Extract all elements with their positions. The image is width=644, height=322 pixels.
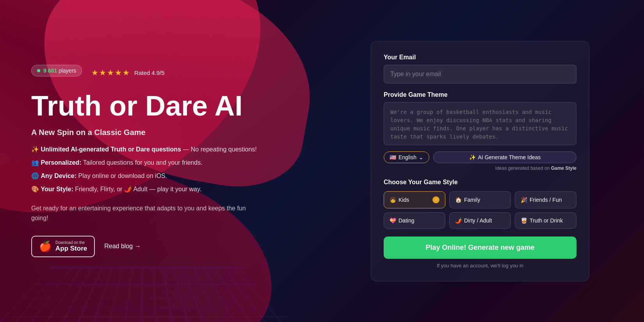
hint-prefix: Ideas generated based on xyxy=(495,165,550,171)
style-drink-button[interactable]: 🥃 Truth or Drink xyxy=(515,212,576,229)
theme-label: Provide Game Theme xyxy=(384,91,576,98)
style-friends-button[interactable]: 🎉 Friends / Fun xyxy=(515,191,576,208)
chevron-down-icon: ⌄ xyxy=(419,154,423,160)
friends-label: Friends / Fun xyxy=(530,197,562,203)
feature-bold: Unlimited AI-generated Truth or Dare que… xyxy=(41,146,181,153)
drink-emoji: 🥃 xyxy=(521,217,527,224)
feature-emoji: ✨ xyxy=(31,146,39,153)
feature-item: 🌐 Any Device: Play online or download on… xyxy=(31,171,289,181)
feature-item: ✨ Unlimited AI-generated Truth or Dare q… xyxy=(31,145,289,154)
feature-bold: Personalized: xyxy=(41,159,81,166)
sparkle-icon: ✨ xyxy=(469,154,476,160)
feature-rest: Friendly, Flirty, or 🌶️ Adult — play it … xyxy=(75,186,201,192)
style-kids-button[interactable]: 👧 Kids ✓ xyxy=(384,191,445,208)
feature-rest: Play online or download on iOS. xyxy=(78,173,167,179)
lang-label: English xyxy=(398,154,416,160)
read-blog-button[interactable]: Read blog → xyxy=(104,243,141,250)
app-store-button[interactable]: 🍎 Download on the App Store xyxy=(31,236,95,257)
style-adult-button[interactable]: 🌶️ Dirty / Adult xyxy=(449,212,511,229)
apple-icon: 🍎 xyxy=(39,240,52,253)
theme-controls: 🇺🇸 English ⌄ ✨ AI Generate Theme Ideas xyxy=(384,151,576,163)
features-list: ✨ Unlimited AI-generated Truth or Dare q… xyxy=(31,145,289,194)
style-family-button[interactable]: 🏠 Family xyxy=(449,191,511,208)
adult-emoji: 🌶️ xyxy=(455,217,462,224)
dating-label: Dating xyxy=(398,217,414,224)
drink-label: Truth or Drink xyxy=(530,217,563,224)
players-label: players xyxy=(59,68,76,74)
app-store-text: Download on the App Store xyxy=(55,240,87,253)
feature-emoji: 👥 xyxy=(31,159,39,166)
ai-generate-button[interactable]: ✨ AI Generate Theme Ideas xyxy=(433,151,576,163)
hint-text: Ideas generated based on Game Style xyxy=(384,165,576,171)
players-dot xyxy=(37,69,40,72)
theme-textarea[interactable] xyxy=(384,102,576,145)
app-store-large-text: App Store xyxy=(55,245,87,253)
check-icon: ✓ xyxy=(432,196,439,203)
game-style-title: Choose Your Game Style xyxy=(384,179,576,186)
app-store-small-text: Download on the xyxy=(55,240,85,245)
flag-icon: 🇺🇸 xyxy=(390,154,396,160)
cta-row: 🍎 Download on the App Store Read blog → xyxy=(31,236,289,257)
feature-bold: Any Device: xyxy=(41,173,76,179)
kids-emoji: 👧 xyxy=(390,197,396,203)
email-input[interactable] xyxy=(384,65,576,84)
style-dating-button[interactable]: 💝 Dating xyxy=(384,212,445,229)
game-styles-grid: 👧 Kids ✓ 🏠 Family 🎉 Friends / Fun 💝 Dati… xyxy=(384,191,576,229)
players-count: 9 681 xyxy=(43,68,57,74)
email-label: Your Email xyxy=(384,54,576,61)
feature-item: 👥 Personalized: Tailored questions for y… xyxy=(31,158,289,167)
play-button[interactable]: Play Online! Generate new game xyxy=(384,237,576,259)
rating-text: Rated 4.9/5 xyxy=(134,69,165,76)
kids-label: Kids xyxy=(398,197,409,203)
ai-btn-label: AI Generate Theme Ideas xyxy=(478,154,541,160)
stars: ★★★★★ xyxy=(91,68,130,77)
family-emoji: 🏠 xyxy=(455,197,462,203)
players-text: 9 681 players xyxy=(43,68,76,74)
players-badge: 9 681 players xyxy=(31,65,82,76)
dating-emoji: 💝 xyxy=(390,217,396,224)
login-hint: If you have an account, we'll log you in xyxy=(384,263,576,269)
friends-emoji: 🎉 xyxy=(521,197,527,203)
right-panel: Your Email Provide Game Theme 🇺🇸 English… xyxy=(371,41,589,281)
family-label: Family xyxy=(464,197,480,203)
feature-bold: Your Style: xyxy=(41,186,73,192)
feature-emoji: 🌐 xyxy=(31,173,39,179)
feature-emoji: 🎨 xyxy=(31,186,39,192)
language-button[interactable]: 🇺🇸 English ⌄ xyxy=(384,151,429,163)
hint-bold: Game Style xyxy=(551,165,576,171)
main-title: Truth or Dare AI xyxy=(31,91,289,121)
adult-label: Dirty / Adult xyxy=(464,217,492,224)
feature-rest: Tailored questions for you and your frie… xyxy=(83,159,203,166)
description: Get ready for an entertaining experience… xyxy=(31,203,250,223)
rating-row: ★★★★★ Rated 4.9/5 xyxy=(91,68,165,77)
feature-item: 🎨 Your Style: Friendly, Flirty, or 🌶️ Ad… xyxy=(31,185,289,194)
feature-rest: — No repeating questions! xyxy=(183,146,256,153)
left-panel: 9 681 players ★★★★★ Rated 4.9/5 Truth or… xyxy=(0,0,320,322)
subtitle: A New Spin on a Classic Game xyxy=(31,128,289,137)
